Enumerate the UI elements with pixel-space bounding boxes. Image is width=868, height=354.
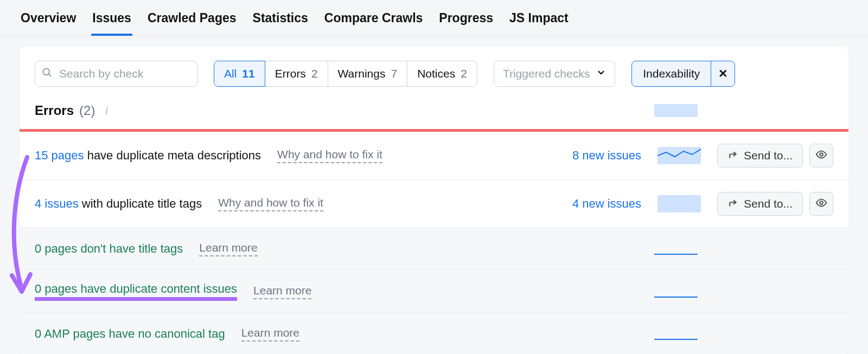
issue-desc: have duplicate meta descriptions [84, 149, 261, 162]
send-to-label: Send to... [744, 197, 793, 210]
section-title: Errors [35, 103, 74, 118]
issue-text: 15 pages have duplicate meta description… [35, 149, 261, 163]
issue-count-link[interactable]: 4 issues [35, 197, 79, 210]
filter-warnings[interactable]: Warnings 7 [328, 61, 408, 87]
search-icon [42, 67, 53, 81]
issue-row: 15 pages have duplicate meta description… [20, 132, 848, 180]
row-sparkline [658, 195, 701, 213]
issue-row: 4 issues with duplicate title tags Why a… [20, 180, 848, 228]
svg-point-2 [820, 153, 823, 156]
info-icon[interactable]: i [100, 105, 112, 117]
tab-progress[interactable]: Progress [438, 5, 494, 35]
tab-issues[interactable]: Issues [91, 5, 132, 35]
issue-count-link[interactable]: 15 pages [35, 149, 84, 162]
tab-js-impact[interactable]: JS Impact [508, 5, 570, 35]
filter-count: 7 [391, 67, 397, 80]
learn-more-link[interactable]: Learn more [241, 326, 299, 342]
filter-label: Notices [417, 67, 455, 80]
tab-statistics[interactable]: Statistics [252, 5, 309, 35]
issue-row-passed: 0 pages have duplicate content issues Le… [20, 270, 848, 313]
why-fix-link[interactable]: Why and how to fix it [277, 148, 382, 163]
send-to-button[interactable]: Send to... [717, 144, 803, 168]
new-issues-link[interactable]: 8 new issues [572, 149, 641, 163]
chip-label[interactable]: Indexability [632, 61, 711, 86]
row-actions: Send to... [717, 144, 833, 168]
svg-point-3 [820, 201, 823, 204]
hide-issue-button[interactable] [809, 144, 833, 168]
tab-compare-crawls[interactable]: Compare Crawls [323, 5, 424, 35]
filter-errors[interactable]: Errors 2 [265, 61, 328, 87]
send-to-label: Send to... [744, 149, 793, 162]
panel-toolbar: All 11 Errors 2 Warnings 7 Notices 2 Tri… [20, 47, 848, 96]
learn-more-link[interactable]: Learn more [199, 241, 257, 256]
filter-label: Errors [275, 67, 306, 80]
send-to-button[interactable]: Send to... [717, 192, 803, 216]
filter-segment-group: All 11 Errors 2 Warnings 7 Notices 2 [214, 61, 477, 87]
issue-row-passed: 0 AMP pages have no canonical tag Learn … [20, 313, 848, 354]
svg-line-1 [49, 74, 51, 76]
tab-overview[interactable]: Overview [20, 5, 77, 35]
issue-text: 0 AMP pages have no canonical tag [35, 327, 225, 341]
filter-label: All [224, 67, 237, 80]
eye-icon [815, 149, 827, 163]
eye-icon [815, 197, 827, 211]
issue-row-passed: 0 pages don't have title tags Learn more [20, 228, 848, 270]
close-icon: ✕ [718, 67, 728, 80]
issues-panel: All 11 Errors 2 Warnings 7 Notices 2 Tri… [20, 47, 848, 354]
hide-issue-button[interactable] [809, 192, 833, 216]
tabbar: Overview Issues Crawled Pages Statistics… [0, 0, 868, 36]
dropdown-label: Triggered checks [503, 67, 590, 80]
filter-label: Warnings [338, 67, 386, 80]
issue-text: 0 pages don't have title tags [35, 242, 183, 256]
row-sparkline [654, 283, 698, 300]
issue-text: 4 issues with duplicate title tags [35, 197, 202, 211]
issue-text: 0 pages have duplicate content issues [35, 282, 237, 301]
tab-crawled-pages[interactable]: Crawled Pages [146, 5, 238, 35]
share-icon [727, 149, 738, 163]
row-actions: Send to... [717, 192, 833, 216]
section-sparkline [654, 104, 698, 117]
filter-count: 11 [242, 67, 254, 80]
row-sparkline [658, 147, 701, 164]
filter-chip-indexability: Indexability ✕ [631, 61, 735, 87]
triggered-checks-dropdown[interactable]: Triggered checks [494, 61, 615, 87]
chevron-down-icon [596, 67, 606, 80]
issue-desc: with duplicate title tags [79, 197, 202, 210]
filter-count: 2 [311, 67, 318, 80]
row-sparkline [654, 240, 698, 258]
filter-count: 2 [461, 67, 467, 80]
section-count: (2) [79, 103, 95, 118]
filter-notices[interactable]: Notices 2 [407, 61, 477, 87]
learn-more-link[interactable]: Learn more [253, 284, 311, 299]
chip-remove-button[interactable]: ✕ [711, 61, 735, 86]
filter-all[interactable]: All 11 [214, 61, 265, 87]
search-input-wrap[interactable] [35, 61, 197, 87]
section-header-errors: Errors (2) i [20, 96, 848, 129]
why-fix-link[interactable]: Why and how to fix it [218, 196, 323, 211]
new-issues-link[interactable]: 4 new issues [572, 197, 641, 211]
search-input[interactable] [58, 67, 190, 81]
share-icon [727, 197, 738, 211]
row-sparkline [654, 325, 698, 343]
